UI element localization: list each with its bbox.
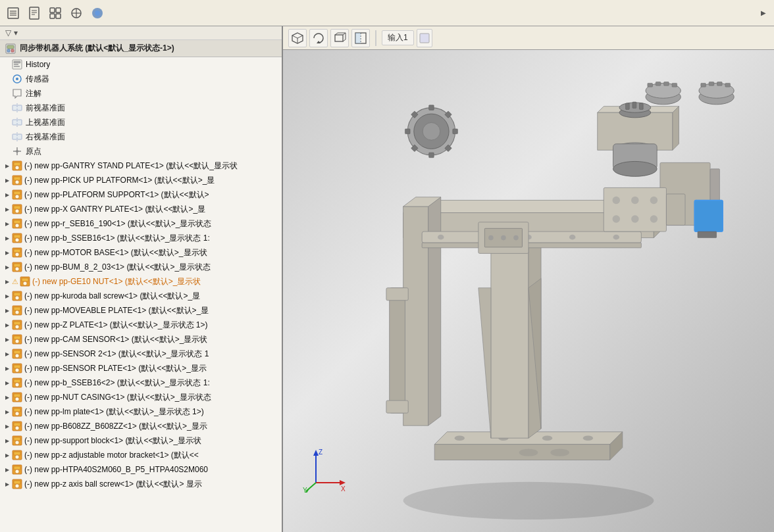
view-options-button[interactable]: [417, 29, 432, 47]
isometric-view-button[interactable]: [288, 29, 307, 47]
tree-expand-arrow[interactable]: ▶: [3, 407, 12, 416]
tree-item[interactable]: ▶⚠ (-) new pp-GE10 NUT<1> (默认<<默认>_显示状: [0, 274, 282, 289]
tree-item[interactable]: 注解: [0, 86, 282, 101]
tree-item[interactable]: 前视基准面: [0, 101, 282, 115]
tree-item-label: (-) new pp-MOTOR BASE<1> (默认<<默认>_显示状: [24, 247, 207, 258]
svg-rect-149: [656, 82, 661, 86]
tree-item[interactable]: ▶ (-) new pp-support block<1> (默认<<默认>_显…: [0, 433, 282, 448]
tree-expand-arrow[interactable]: ▶: [3, 291, 12, 301]
tree-expand-arrow[interactable]: ▶: [3, 233, 12, 243]
rotate-view-button[interactable]: [309, 29, 328, 47]
svg-rect-91: [14, 423, 20, 426]
tree-item[interactable]: History: [0, 57, 282, 72]
tree-expand-arrow[interactable]: ▶: [3, 219, 12, 228]
tree-item[interactable]: 传感器: [0, 72, 282, 86]
tree-expand-arrow[interactable]: ▶: [3, 161, 12, 170]
tree-expand-arrow[interactable]: ▶: [3, 393, 12, 402]
tree-expand-arrow[interactable]: [3, 74, 12, 84]
tree-expand-arrow[interactable]: [3, 60, 12, 69]
tree-expand-arrow[interactable]: [3, 89, 12, 98]
tree-item[interactable]: ▶ (-) new pp-z adjustable motor bracket<…: [0, 448, 282, 462]
tree-expand-arrow[interactable]: ▶: [3, 248, 12, 257]
svg-point-89: [15, 412, 19, 416]
svg-rect-18: [7, 45, 14, 49]
svg-point-120: [519, 448, 538, 456]
tree-expand-arrow[interactable]: [3, 103, 12, 112]
tree-item[interactable]: ▶ (-) new pp-GANTRY STAND PLATE<1> (默认<<…: [0, 158, 282, 173]
tree-expand-arrow[interactable]: ▶: [3, 364, 12, 373]
tree-expand-arrow[interactable]: ▶: [3, 450, 12, 460]
svg-rect-138: [429, 105, 434, 110]
tree-item[interactable]: ▶ (-) new pp-NUT CASING<1> (默认<<默认>_显示状态: [0, 390, 282, 404]
tree-item-label: (-) new pp-NUT CASING<1> (默认<<默认>_显示状态: [24, 392, 211, 403]
svg-point-26: [16, 78, 18, 80]
svg-point-179: [631, 215, 638, 222]
svg-rect-94: [14, 437, 20, 441]
tree-item[interactable]: ▶ (-) new pp-HTPA40S2M060_B_P5_HTPA40S2M…: [0, 462, 282, 477]
tree-item[interactable]: 上视基准面: [0, 115, 282, 130]
tree-item[interactable]: 右视基准面: [0, 130, 282, 144]
tree-item-label: History: [26, 60, 50, 69]
plane-icon: [12, 102, 24, 114]
tree-item[interactable]: ▶ (-) new pp-B608ZZ_B608ZZ<1> (默认<<默认>_显…: [0, 419, 282, 433]
svg-point-115: [403, 482, 654, 520]
filter-dropdown-icon[interactable]: ▾: [14, 28, 18, 37]
tree-item-label: (-) new pp-MOVEABLE PLATE<1> (默认<<默认>_显: [24, 305, 209, 316]
tree-expand-arrow[interactable]: ▶: [3, 349, 12, 358]
svg-point-164: [613, 235, 620, 240]
svg-rect-144: [405, 129, 410, 134]
tree-item[interactable]: ▶ (-) new pp-PICK UP PLATFORM<1> (默认<<默认…: [0, 173, 282, 187]
tree-item[interactable]: ▶ (-) new pp-lm plate<1> (默认<<默认>_显示状态 1…: [0, 404, 282, 419]
tree-item[interactable]: ▶ (-) new pp-MOTOR BASE<1> (默认<<默认>_显示状: [0, 245, 282, 260]
svg-point-35: [16, 150, 18, 153]
dimxpert-manager-tab[interactable]: [67, 4, 86, 22]
svg-rect-172: [386, 400, 408, 413]
svg-rect-154: [701, 83, 706, 87]
tree-item[interactable]: 原点: [0, 144, 282, 158]
tree-expand-arrow[interactable]: ▶: [3, 277, 12, 286]
tree-expand-arrow[interactable]: [3, 132, 12, 141]
tree-expand-arrow[interactable]: ▶: [3, 320, 12, 329]
tree-expand-arrow[interactable]: [3, 118, 12, 127]
svg-point-77: [15, 354, 19, 358]
tree-expand-arrow[interactable]: ▶: [3, 262, 12, 272]
tree-item[interactable]: ▶ (-) new pp-b_SSEB16<1> (默认<<默认>_显示状态 1…: [0, 231, 282, 245]
tree-item[interactable]: ▶ (-) new pp-SENSOR 2<1> (默认<<默认>_显示状态 1: [0, 347, 282, 361]
display-manager-tab[interactable]: [88, 4, 107, 22]
tree-item[interactable]: ▶ (-) new pp-SENSOR PLATE<1> (默认<<默认>_显示: [0, 361, 282, 375]
tree-content[interactable]: History传感器注解前视基准面上视基准面右视基准面原点▶ (-) new p…: [0, 57, 282, 532]
tree-expand-arrow[interactable]: [3, 147, 12, 156]
tree-expand-arrow[interactable]: ▶: [3, 190, 12, 199]
tree-expand-arrow[interactable]: ▶: [3, 378, 12, 387]
tree-expand-arrow[interactable]: ▶: [3, 205, 12, 214]
svg-point-74: [15, 339, 19, 343]
tree-item[interactable]: ▶ (-) new pp-r_SEB16_190<1> (默认<<默认>_显示状…: [0, 216, 282, 231]
tree-expand-arrow[interactable]: ▶: [3, 422, 12, 431]
tree-item[interactable]: ▶ (-) new pp-z axis ball screw<1> (默认<<默…: [0, 477, 282, 491]
tree-expand-arrow[interactable]: ▶: [3, 306, 12, 315]
tree-item[interactable]: ▶ (-) new pp-BUM_8_2_03<1> (默认<<默认>_显示状态: [0, 260, 282, 274]
filter-icon[interactable]: ▽: [5, 28, 11, 37]
viewport-3d: Z X Y: [283, 50, 774, 532]
toolbar-expand-arrow[interactable]: ▶: [757, 7, 770, 20]
property-manager-tab[interactable]: [25, 4, 43, 22]
box-view-button[interactable]: [330, 29, 349, 47]
tree-item[interactable]: ▶ (-) new pp-X GANTRY PLATE<1> (默认<<默认>_…: [0, 202, 282, 216]
tree-expand-arrow[interactable]: ▶: [3, 335, 12, 344]
tree-item[interactable]: ▶ (-) new pp-kuroda ball screw<1> (默认<<默…: [0, 289, 282, 303]
feature-manager-tab[interactable]: [4, 4, 22, 22]
config-manager-tab[interactable]: [46, 4, 64, 22]
tree-item[interactable]: ▶ (-) new pp-b_SSEB16<2> (默认<<默认>_显示状态 1…: [0, 375, 282, 390]
tree-item[interactable]: ▶ (-) new pp-PLATFORM SUPPORT<1> (默认<<默认…: [0, 187, 282, 202]
svg-rect-113: [355, 33, 361, 43]
svg-point-41: [15, 180, 19, 184]
svg-rect-23: [14, 64, 18, 65]
tree-expand-arrow[interactable]: ▶: [3, 436, 12, 445]
section-view-button[interactable]: [351, 29, 370, 47]
tree-item[interactable]: ▶ (-) new pp-MOVEABLE PLATE<1> (默认<<默认>_…: [0, 303, 282, 318]
tree-expand-arrow[interactable]: ▶: [3, 176, 12, 185]
tree-item[interactable]: ▶ (-) new pp-CAM SENSOR<1> (默认<<默认>_显示状: [0, 332, 282, 347]
tree-item[interactable]: ▶ (-) new pp-Z PLATE<1> (默认<<默认>_显示状态 1>…: [0, 318, 282, 332]
tree-expand-arrow[interactable]: ▶: [3, 479, 12, 489]
tree-expand-arrow[interactable]: ▶: [3, 465, 12, 474]
